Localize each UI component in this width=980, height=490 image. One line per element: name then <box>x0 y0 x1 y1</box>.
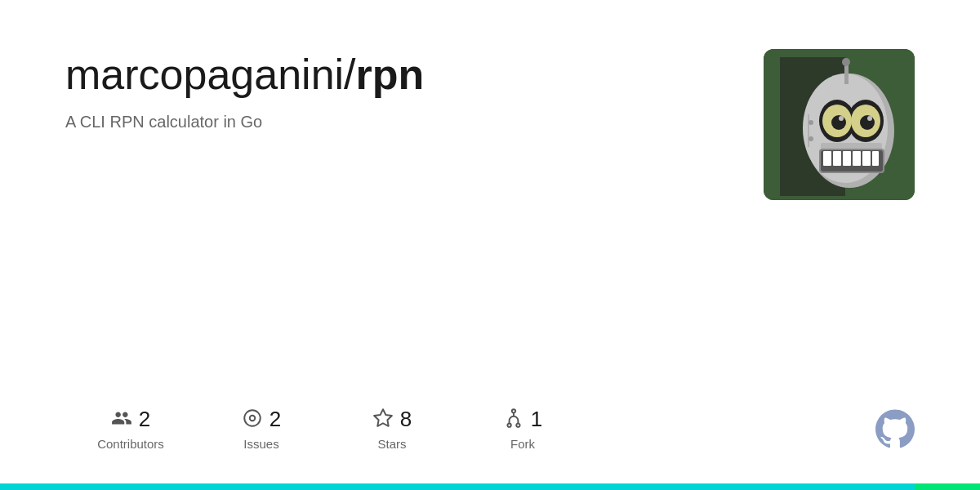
svg-point-13 <box>839 116 844 121</box>
svg-point-12 <box>860 115 875 130</box>
stars-icon <box>372 408 394 432</box>
stat-issues[interactable]: 2 Issues <box>196 407 327 451</box>
bottom-bar <box>0 483 980 490</box>
fork-count: 1 <box>531 407 542 432</box>
stat-issues-top: 2 <box>242 407 281 432</box>
svg-rect-5 <box>844 64 849 84</box>
svg-point-14 <box>867 116 872 121</box>
bottom-bar-green <box>915 483 980 490</box>
fork-label: Fork <box>510 437 535 451</box>
fork-icon <box>503 408 524 432</box>
svg-point-27 <box>244 410 261 426</box>
stat-fork-top: 1 <box>503 407 542 432</box>
repo-separator: / <box>344 51 355 98</box>
stat-stars[interactable]: 8 Stars <box>327 407 457 451</box>
issues-label: Issues <box>243 437 278 451</box>
svg-point-30 <box>507 423 510 426</box>
stat-stars-top: 8 <box>372 407 412 432</box>
stat-contributors-top: 2 <box>111 407 150 432</box>
repo-title[interactable]: marcopaganini/rpn <box>65 49 424 100</box>
svg-rect-18 <box>823 151 831 166</box>
svg-point-28 <box>250 415 256 421</box>
contributors-count: 2 <box>139 407 150 432</box>
issues-count: 2 <box>270 407 281 432</box>
repo-owner[interactable]: marcopaganini <box>65 51 344 98</box>
svg-rect-20 <box>843 151 851 166</box>
svg-rect-19 <box>833 151 841 166</box>
contributors-icon <box>111 408 132 432</box>
svg-point-31 <box>516 423 519 426</box>
avatar-image <box>764 49 915 200</box>
svg-point-29 <box>512 409 515 412</box>
repo-title-section: marcopaganini/rpn A CLI RPN calculator i… <box>65 49 424 131</box>
stars-count: 8 <box>400 407 412 432</box>
stat-contributors[interactable]: 2 Contributors <box>65 407 196 451</box>
svg-rect-22 <box>862 151 871 166</box>
svg-point-6 <box>842 58 850 66</box>
stars-label: Stars <box>377 437 406 451</box>
svg-rect-23 <box>872 151 879 166</box>
issues-icon <box>242 408 263 432</box>
contributors-label: Contributors <box>97 437 164 451</box>
repo-header: marcopaganini/rpn A CLI RPN calculator i… <box>65 49 915 200</box>
svg-point-26 <box>808 136 813 141</box>
github-logo[interactable] <box>875 409 915 448</box>
svg-rect-21 <box>853 151 861 166</box>
stats-row: 2 Contributors 2 Issues <box>65 374 915 451</box>
repo-avatar <box>764 49 915 200</box>
repo-name[interactable]: rpn <box>356 51 425 98</box>
stat-fork[interactable]: 1 Fork <box>457 407 588 451</box>
repo-description: A CLI RPN calculator in Go <box>65 113 424 131</box>
svg-point-25 <box>808 120 813 125</box>
main-content: marcopaganini/rpn A CLI RPN calculator i… <box>0 0 980 483</box>
svg-rect-15 <box>821 143 882 149</box>
svg-point-11 <box>831 115 846 130</box>
bottom-bar-cyan <box>0 483 915 490</box>
